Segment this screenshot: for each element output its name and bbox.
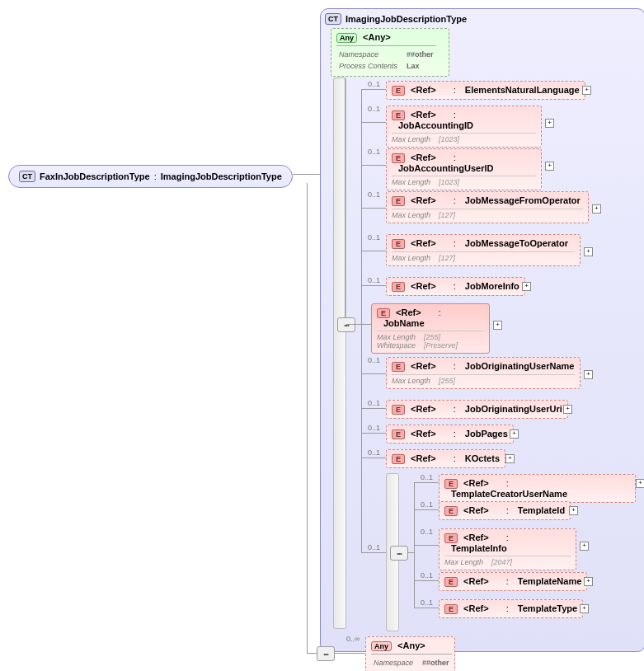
expand-button[interactable]: + bbox=[505, 454, 515, 463]
expand-button[interactable]: + bbox=[636, 479, 644, 488]
expand-button[interactable]: + bbox=[580, 604, 589, 613]
elem-templatename[interactable]: E <Ref> : TemplateName bbox=[439, 572, 587, 591]
element-badge: E bbox=[392, 153, 405, 163]
imaging-type-name: ImagingJobDescriptionType bbox=[346, 14, 467, 24]
element-badge: E bbox=[392, 86, 405, 96]
any-badge: Any bbox=[371, 641, 392, 651]
sequence-nested[interactable] bbox=[390, 546, 408, 561]
expand-button[interactable]: + bbox=[522, 282, 531, 291]
root-complextype[interactable]: CT FaxInJobDescriptionType : ImagingJobD… bbox=[8, 165, 293, 188]
expand-button[interactable]: + bbox=[563, 405, 572, 414]
element-badge: E bbox=[392, 405, 405, 415]
elem-jobname[interactable]: E <Ref> : JobName Max Length[255] Whites… bbox=[371, 303, 490, 354]
element-badge: E bbox=[444, 577, 458, 587]
elem-templatetype[interactable]: E <Ref> : TemplateType bbox=[439, 599, 583, 618]
element-badge: E bbox=[444, 533, 458, 543]
expand-button[interactable]: + bbox=[510, 429, 519, 439]
element-badge: E bbox=[392, 239, 405, 249]
elem-koctets[interactable]: E <Ref> : KOctets bbox=[386, 449, 505, 468]
elem-jobmessagetooperator[interactable]: E <Ref> : JobMessageToOperator Max Lengt… bbox=[386, 234, 581, 266]
elem-jobpages[interactable]: E <Ref> : JobPages bbox=[386, 425, 514, 443]
elem-templateid[interactable]: E <Ref> : TemplateId bbox=[439, 501, 571, 520]
elem-joboriginatingusername[interactable]: E <Ref> : JobOriginatingUserName Max Len… bbox=[386, 357, 581, 389]
element-badge: E bbox=[444, 479, 458, 489]
expand-button[interactable]: + bbox=[545, 119, 554, 128]
elem-templateinfo[interactable]: E <Ref> : TemplateInfo Max Length[2047] bbox=[439, 528, 576, 570]
ct-badge: CT bbox=[19, 171, 35, 182]
any-bottom[interactable]: Any <Any> Namespace##other bbox=[365, 636, 455, 671]
elem-jobmessagefromoperator[interactable]: E <Ref> : JobMessageFromOperator Max Len… bbox=[386, 191, 589, 223]
sequence-bottom[interactable] bbox=[317, 646, 335, 661]
ct-badge: CT bbox=[325, 13, 341, 25]
sequence-main[interactable] bbox=[337, 317, 355, 332]
element-badge: E bbox=[392, 362, 405, 372]
elem-jobaccountinguserid[interactable]: E <Ref> : JobAccountingUserID Max Length… bbox=[386, 148, 542, 190]
expand-button[interactable]: + bbox=[584, 577, 593, 586]
expand-button[interactable]: + bbox=[584, 370, 593, 379]
elem-joboriginatinguseruri[interactable]: E <Ref> : JobOriginatingUserUri bbox=[386, 400, 568, 419]
root-type-name: FaxInJobDescriptionType bbox=[40, 171, 150, 181]
root-base-name: ImagingJobDescriptionType bbox=[161, 171, 282, 181]
element-badge: E bbox=[392, 110, 405, 120]
any-badge: Any bbox=[336, 33, 357, 43]
elem-jobmoreinfo[interactable]: E <Ref> : JobMoreInfo bbox=[386, 277, 525, 296]
element-badge: E bbox=[392, 454, 405, 464]
expand-button[interactable]: + bbox=[580, 542, 589, 551]
imaging-header[interactable]: CT ImagingJobDescriptionType bbox=[325, 13, 641, 25]
expand-button[interactable]: + bbox=[569, 506, 578, 515]
element-badge: E bbox=[392, 196, 405, 206]
expand-button[interactable]: + bbox=[582, 86, 591, 95]
elem-templatecreatorusername[interactable]: E <Ref> : TemplateCreatorUserName bbox=[439, 474, 636, 503]
expand-button[interactable]: + bbox=[584, 247, 593, 256]
element-badge: E bbox=[444, 506, 458, 516]
expand-button[interactable]: + bbox=[545, 162, 554, 171]
element-badge: E bbox=[444, 604, 458, 614]
element-badge: E bbox=[377, 308, 390, 318]
element-badge: E bbox=[392, 429, 405, 439]
any-top[interactable]: Any <Any> Namespace##other Process Conte… bbox=[331, 28, 449, 77]
element-badge: E bbox=[392, 282, 405, 292]
elem-elementsnaturallanguage[interactable]: E <Ref> : ElementsNaturalLanguage bbox=[386, 81, 585, 100]
expand-button[interactable]: + bbox=[493, 321, 502, 330]
elem-jobaccountingid[interactable]: E <Ref> : JobAccountingID Max Length[102… bbox=[386, 106, 542, 148]
diagram-root: CT FaxInJobDescriptionType : ImagingJobD… bbox=[8, 8, 636, 663]
expand-button[interactable]: + bbox=[592, 204, 601, 214]
